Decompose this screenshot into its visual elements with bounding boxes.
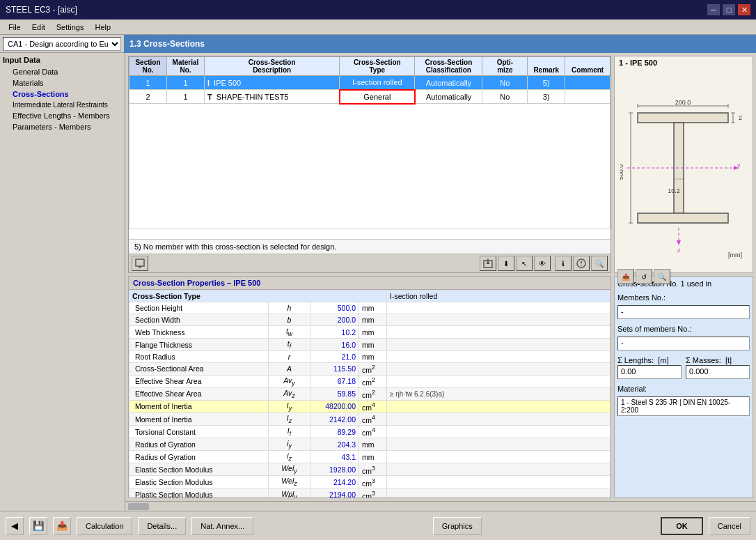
material-field: 1 - Steel S 235 JR | DIN EN 10025-2:200	[617, 396, 750, 416]
props-row: Moment of InertiaIz2142.00cm4	[129, 412, 611, 425]
export2-icon	[576, 259, 586, 268]
info-btn[interactable]: ℹ	[555, 256, 572, 271]
diagram-title: 1 - IPE 500	[615, 56, 753, 69]
lengths-masses-row: Σ Lengths: [m] 0.00 Σ Masses: [t]	[617, 356, 750, 382]
cell-remark-2: 3)	[528, 90, 565, 104]
sidebar-item-general-data[interactable]: General Data	[3, 66, 122, 77]
export2-btn[interactable]	[573, 256, 590, 271]
props-row: Plastic Section ModulusWply2194.00cm3	[129, 488, 611, 497]
zoom-diag-btn[interactable]: 🔍	[654, 269, 670, 284]
details-btn[interactable]: Details...	[138, 517, 186, 535]
calculation-btn[interactable]: Calculation	[77, 517, 132, 535]
bottom-section: Cross-Section Properties – IPE 500 Cross…	[125, 276, 756, 501]
cell-mat-1: 1	[166, 76, 204, 90]
app-title: STEEL EC3 - [aisc]	[6, 5, 77, 15]
cell-no-1: 1	[129, 76, 167, 90]
export-btn[interactable]	[480, 256, 496, 271]
props-row: Effective Shear AreaAvy67.18cm2	[129, 375, 611, 387]
props-row: Radius of Gyrationiz43.1mm	[129, 451, 611, 463]
col-header-b: MaterialNo.	[166, 57, 204, 76]
cancel-btn[interactable]: Cancel	[709, 517, 750, 535]
svg-text:500.0: 500.0	[620, 164, 624, 180]
material-label: Material:	[617, 385, 750, 393]
props-row: Web Thicknesstw10.2mm	[129, 326, 611, 339]
export-diag-btn[interactable]: 📤	[617, 269, 634, 284]
cross-section-diagram: 200.0 21.0 500.0	[620, 75, 742, 259]
import-btn[interactable]	[132, 256, 148, 271]
properties-scroll[interactable]: Cross-Section TypeI-section rolledSectio…	[129, 290, 611, 497]
status-message: 5) No member with this cross-section is …	[134, 242, 336, 251]
table-empty-row	[129, 104, 611, 229]
lengths-col: Σ Lengths: [m] 0.00	[617, 356, 682, 382]
menu-help[interactable]: Help	[89, 22, 116, 33]
menu-settings[interactable]: Settings	[51, 22, 90, 33]
props-row: Cross-Section TypeI-section rolled	[129, 291, 611, 302]
cursor-btn[interactable]: ↖	[516, 256, 533, 271]
masses-label: Σ Masses: [t]	[686, 356, 750, 364]
properties-table: Cross-Section TypeI-section rolledSectio…	[129, 290, 611, 497]
col-header-c: Cross-SectionDescription	[204, 57, 339, 76]
svg-text:z: z	[677, 247, 681, 254]
cell-class-2: Automatically	[415, 90, 482, 104]
svg-rect-12	[638, 213, 728, 223]
props-row: Cross-Sectional AreaA115.50cm2	[129, 363, 611, 376]
reset-diag-btn[interactable]: ↺	[636, 269, 652, 284]
minimize-btn[interactable]: ─	[707, 4, 720, 15]
zoom-btn[interactable]: 🔍	[591, 256, 608, 271]
masses-col: Σ Masses: [t] 0.000	[686, 356, 750, 382]
sidebar-item-materials[interactable]: Materials	[3, 77, 122, 88]
cell-class-1: Automatically	[415, 76, 482, 90]
content-area: Input Data General Data Materials Cross-…	[0, 53, 756, 511]
col-header-e: Cross-SectionClassification	[415, 57, 482, 76]
props-row: Flange Thicknesstf16.0mm	[129, 339, 611, 351]
horizontal-scrollbar[interactable]	[125, 501, 756, 511]
sidebar-item-parameters[interactable]: Parameters - Members	[3, 121, 122, 132]
members-field: -	[617, 305, 750, 319]
nav-back-btn[interactable]: ◀	[6, 517, 24, 535]
ok-btn[interactable]: OK	[661, 517, 703, 535]
section-title: 1.3 Cross-Sections	[124, 35, 756, 53]
cross-sections-table-container: SectionNo. MaterialNo. Cross-SectionDesc…	[128, 56, 611, 273]
svg-rect-10	[638, 113, 728, 123]
nav-save-btn[interactable]: 💾	[29, 517, 47, 535]
menu-file[interactable]: File	[3, 22, 26, 33]
cell-no-2: 2	[129, 90, 167, 104]
masses-field: 0.000	[686, 365, 750, 379]
props-row: Radius of Gyrationiy204.3mm	[129, 438, 611, 451]
table-toolbar: ⬇ ↖ 👁 ℹ 🔍	[129, 254, 611, 272]
svg-text:y: y	[737, 162, 741, 169]
nav-export-btn[interactable]: 📤	[53, 517, 71, 535]
svg-rect-0	[136, 259, 144, 266]
cell-mat-2: 1	[166, 90, 204, 104]
col-header-h: Comment	[565, 57, 611, 76]
diagram-buttons: 📤 ↺ 🔍	[615, 268, 753, 286]
sidebar-item-effective-lengths[interactable]: Effective Lengths - Members	[3, 110, 122, 121]
nat-annex-btn[interactable]: Nat. Annex...	[191, 517, 253, 535]
svg-text:[mm]: [mm]	[728, 252, 742, 259]
sets-label: Sets of members No.:	[617, 325, 750, 333]
cell-opt-2: No	[482, 90, 528, 104]
menu-edit[interactable]: Edit	[26, 22, 51, 33]
table-row[interactable]: 2 1 T SHAPE-THIN TEST5 General Automatic…	[129, 90, 611, 104]
cell-comment-2	[565, 90, 611, 104]
lengths-label: Σ Lengths: [m]	[617, 356, 682, 364]
table-header-row: SectionNo. MaterialNo. Cross-SectionDesc…	[129, 57, 611, 76]
download-btn[interactable]: ⬇	[498, 256, 514, 271]
maximize-btn[interactable]: □	[723, 4, 735, 15]
close-btn[interactable]: ✕	[738, 4, 750, 15]
view-btn[interactable]: 👁	[534, 256, 551, 271]
info-panel: Cross-section No. 1 used in Members No.:…	[614, 276, 753, 498]
col-header-f: Opti-mize	[482, 57, 528, 76]
breadcrumb-combo[interactable]: CA1 - Design according to Euro...	[3, 37, 121, 51]
sidebar-item-lateral-restraints[interactable]: Intermediate Lateral Restraints	[3, 100, 122, 110]
sidebar-item-cross-sections[interactable]: Cross-Sections	[3, 88, 122, 100]
graphics-btn[interactable]: Graphics	[433, 517, 482, 535]
svg-marker-2	[138, 266, 142, 268]
table-row[interactable]: 1 1 I IPE 500 I-section rolled Automatic…	[129, 76, 611, 90]
props-row: Section Heighth500.0mm	[129, 302, 611, 314]
props-row: Section Widthb200.0mm	[129, 314, 611, 326]
window-controls: ─ □ ✕	[707, 4, 750, 15]
props-row: Elastic Section ModulusWely1928.00cm3	[129, 463, 611, 476]
app-header: CA1 - Design according to Euro... 1.3 Cr…	[0, 35, 756, 53]
svg-marker-5	[486, 261, 490, 264]
